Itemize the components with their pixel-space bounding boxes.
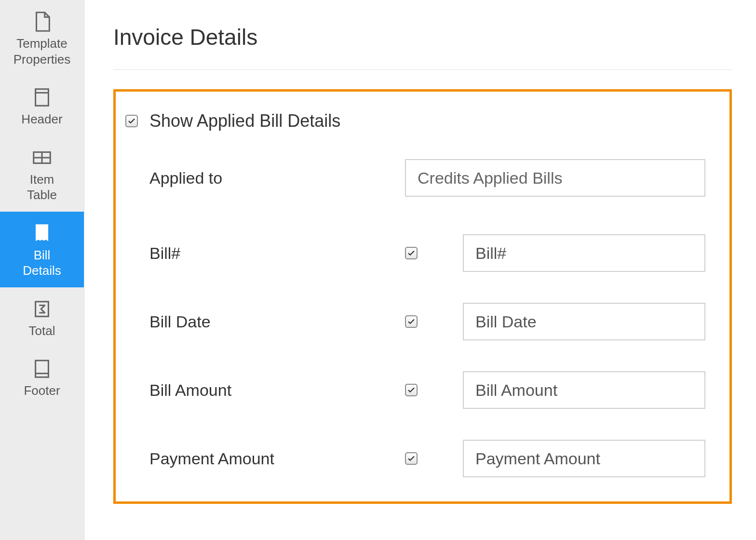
- sigma-icon: [31, 298, 53, 320]
- show-applied-row: Show Applied Bill Details: [125, 111, 705, 131]
- sidebar-item-bill-details[interactable]: BillDetails: [0, 212, 84, 287]
- field-row-bill-amount: Bill Amount: [125, 371, 705, 409]
- sidebar-item-item-table[interactable]: ItemTable: [0, 136, 84, 212]
- field-input-bill-number[interactable]: [463, 234, 705, 272]
- sidebar-item-template-properties[interactable]: TemplateProperties: [0, 0, 84, 76]
- sidebar-item-label: ItemTable: [27, 172, 57, 203]
- check-icon: [407, 386, 416, 394]
- sidebar-item-header[interactable]: Header: [0, 76, 84, 136]
- page-icon: [31, 11, 53, 33]
- main-panel: Invoice Details Show Applied Bill Detail…: [84, 0, 756, 540]
- check-icon: [127, 117, 136, 125]
- sidebar-item-label: TemplateProperties: [14, 36, 71, 67]
- check-icon: [407, 317, 416, 326]
- check-icon: [407, 249, 416, 257]
- show-applied-label: Show Applied Bill Details: [149, 111, 705, 131]
- field-input-bill-amount[interactable]: [463, 371, 705, 409]
- applied-to-row: Applied to: [125, 159, 705, 197]
- show-applied-checkbox[interactable]: [125, 115, 138, 127]
- field-label: Bill#: [149, 244, 405, 263]
- field-input-bill-date[interactable]: [463, 303, 705, 340]
- field-label: Payment Amount: [149, 449, 405, 468]
- receipt-icon: [31, 222, 53, 244]
- field-label: Bill Date: [149, 312, 405, 331]
- applied-to-label: Applied to: [149, 169, 405, 188]
- svg-rect-0: [36, 89, 49, 106]
- applied-to-input[interactable]: [405, 159, 705, 197]
- field-row-bill-number: Bill#: [125, 234, 705, 272]
- svg-rect-8: [36, 361, 49, 378]
- field-row-payment-amount: Payment Amount: [125, 440, 705, 477]
- field-checkbox-payment-amount[interactable]: [405, 452, 418, 465]
- sidebar: TemplateProperties Header ItemTable Bill…: [0, 0, 84, 540]
- field-input-payment-amount[interactable]: [463, 440, 705, 477]
- field-checkbox-bill-date[interactable]: [405, 315, 418, 328]
- sidebar-item-label: BillDetails: [23, 247, 61, 279]
- sidebar-item-label: Total: [29, 323, 55, 339]
- sidebar-item-footer[interactable]: Footer: [0, 347, 84, 407]
- field-label: Bill Amount: [149, 381, 405, 400]
- sidebar-item-label: Footer: [24, 383, 60, 399]
- check-icon: [407, 454, 416, 463]
- header-icon: [31, 86, 53, 108]
- table-icon: [31, 147, 53, 169]
- sidebar-item-label: Header: [21, 111, 62, 127]
- page-title: Invoice Details: [113, 24, 732, 50]
- bill-details-section: Show Applied Bill Details Applied to Bil…: [113, 89, 732, 504]
- footer-icon: [31, 358, 53, 380]
- page-header: Invoice Details: [113, 0, 732, 70]
- field-row-bill-date: Bill Date: [125, 303, 705, 340]
- field-checkbox-bill-number[interactable]: [405, 247, 418, 259]
- field-checkbox-bill-amount[interactable]: [405, 384, 418, 396]
- sidebar-item-total[interactable]: Total: [0, 287, 84, 348]
